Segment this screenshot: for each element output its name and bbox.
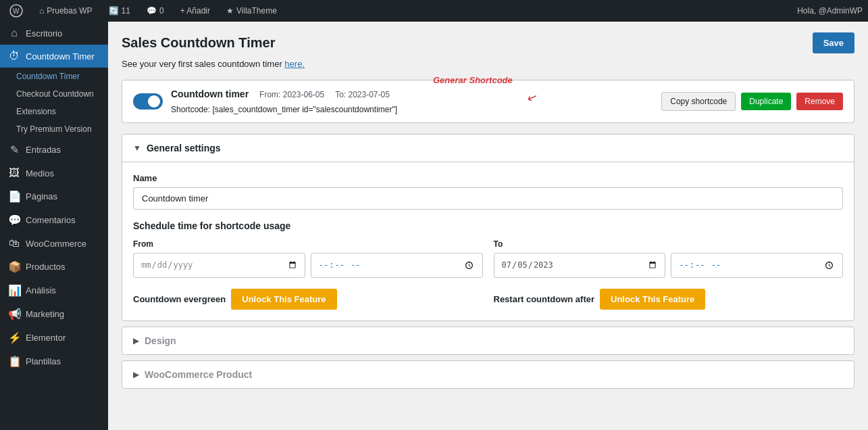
from-col: From <box>133 239 483 278</box>
marketing-icon: 📢 <box>8 308 20 320</box>
sidebar-item-medios[interactable]: 🖼 Medios <box>0 162 108 185</box>
general-settings-panel: ▼ General settings Name Schedule time fo… <box>122 134 854 321</box>
to-date-time-row <box>494 253 844 278</box>
sidebar-item-paginas[interactable]: 📄 Páginas <box>0 185 108 208</box>
wp-sidebar: ⌂ Escritorio ⏱ Countdown Timer Countdown… <box>0 22 108 430</box>
timer-info: Countdown timer From: 2023-06-05 To: 202… <box>171 89 653 114</box>
site-name: Pruebas WP <box>47 6 92 16</box>
wp-logo-item[interactable]: W <box>5 0 27 22</box>
sidebar-item-productos[interactable]: 📦 Productos <box>0 255 108 279</box>
home-icon: ⌂ <box>8 27 20 39</box>
from-label: From <box>133 239 483 249</box>
duplicate-button[interactable]: Duplicate <box>741 93 791 110</box>
page-title: Sales Countdown Timer <box>122 35 275 51</box>
remove-button[interactable]: Remove <box>796 93 843 110</box>
sidebar-label: Countdown Timer <box>26 51 95 62</box>
chevron-right-icon: ▶ <box>133 336 139 345</box>
sidebar-item-entradas[interactable]: ✎ Entradas <box>0 138 108 162</box>
star-icon: ★ <box>226 6 234 16</box>
sidebar-label: Checkout Countdown <box>16 89 94 99</box>
sidebar-label: Elementor <box>26 333 66 343</box>
design-title: Design <box>145 335 176 346</box>
sidebar-label: Try Premium Version <box>16 124 92 134</box>
save-button[interactable]: Save <box>813 32 854 53</box>
sidebar-item-countdown-timer[interactable]: ⏱ Countdown Timer <box>0 45 108 68</box>
sidebar-item-analisis[interactable]: 📊 Análisis <box>0 279 108 302</box>
updates-item[interactable]: 🔄 11 <box>105 0 134 22</box>
shortcode-value: [sales_countdown_timer id="salescountdow… <box>212 105 397 114</box>
restart-countdown-label: Restart countdown after <box>494 294 595 304</box>
edit-icon: ✎ <box>8 143 20 156</box>
from-date-time-row <box>133 253 483 278</box>
templates-icon: 📋 <box>8 355 20 368</box>
general-settings-header[interactable]: ▼ General settings <box>122 135 854 162</box>
sidebar-label: Plantillas <box>26 356 61 366</box>
sidebar-item-countdown-timer-sub[interactable]: Countdown Timer <box>0 68 108 85</box>
woocommerce-panel-header[interactable]: ▶ WooCommerce Product <box>122 361 854 388</box>
wp-layout: ⌂ Escritorio ⏱ Countdown Timer Countdown… <box>0 22 868 430</box>
to-date-input[interactable] <box>494 253 666 278</box>
unlock-evergreen-button[interactable]: Unlock This Feature <box>231 289 336 310</box>
comments-count: 0 <box>159 6 164 16</box>
to-label: To <box>494 239 844 249</box>
chart-icon: 📊 <box>8 284 20 297</box>
from-date-input[interactable] <box>133 253 305 278</box>
comments-item[interactable]: 💬 0 <box>143 0 168 22</box>
sidebar-item-escritorio[interactable]: ⌂ Escritorio <box>0 22 108 45</box>
to-time-input[interactable] <box>671 253 843 278</box>
design-panel: ▶ Design <box>122 327 854 355</box>
woo-icon: 🛍 <box>8 237 20 249</box>
subtitle-link[interactable]: here. <box>284 59 305 69</box>
products-icon: 📦 <box>8 260 20 273</box>
sidebar-item-checkout-countdown[interactable]: Checkout Countdown <box>0 85 108 103</box>
admin-bar: W ⌂ Pruebas WP 🔄 11 💬 0 + Añadir ★ Villa… <box>0 0 868 22</box>
woocommerce-panel: ▶ WooCommerce Product <box>122 360 854 389</box>
comment-icon: 💬 <box>8 214 20 226</box>
sidebar-item-elementor[interactable]: ⚡ Elementor <box>0 326 108 350</box>
sidebar-item-plantillas[interactable]: 📋 Plantillas <box>0 350 108 373</box>
sidebar-label: Medios <box>26 168 54 178</box>
sidebar-item-woocommerce[interactable]: 🛍 WooCommerce <box>0 232 108 255</box>
timer-actions: Copy shortcode Duplicate Remove <box>661 92 843 111</box>
sidebar-item-marketing[interactable]: 📢 Marketing <box>0 302 108 326</box>
subtitle: See your very first sales countdown time… <box>122 59 854 69</box>
sidebar-label: Análisis <box>26 285 56 295</box>
sidebar-item-try-premium[interactable]: Try Premium Version <box>0 120 108 138</box>
timer-to: To: 2023-07-05 <box>335 90 390 99</box>
restart-countdown-item: Restart countdown after Unlock This Feat… <box>494 289 844 310</box>
sidebar-item-extensions[interactable]: Extensions <box>0 103 108 120</box>
name-label: Name <box>133 173 843 183</box>
unlock-restart-button[interactable]: Unlock This Feature <box>600 289 705 310</box>
timer-name: Countdown timer <box>171 89 249 99</box>
svg-text:W: W <box>13 7 20 15</box>
from-time-input[interactable] <box>311 253 483 278</box>
sidebar-label: WooCommerce <box>26 239 86 249</box>
theme-item[interactable]: ★ VillaTheme <box>222 0 281 22</box>
general-settings-body: Name Schedule time for shortcode usage F… <box>122 162 854 320</box>
comment-icon: 💬 <box>147 6 157 16</box>
sidebar-item-comentarios[interactable]: 💬 Comentarios <box>0 208 108 232</box>
schedule-section: Schedule time for shortcode usage From <box>133 220 843 278</box>
sidebar-label: Páginas <box>26 191 57 201</box>
sidebar-label: Countdown Timer <box>16 72 80 81</box>
timer-toggle[interactable] <box>133 93 163 110</box>
countdown-evergreen-label: Countdown evergreen <box>133 294 226 304</box>
page-icon: 📄 <box>8 190 20 203</box>
site-name-item[interactable]: ⌂ Pruebas WP <box>35 0 97 22</box>
copy-shortcode-button[interactable]: Copy shortcode <box>661 92 736 111</box>
media-icon: 🖼 <box>8 167 20 179</box>
sidebar-label: Escritorio <box>26 28 62 39</box>
user-greeting: Hola, @AdminWP <box>797 6 863 16</box>
name-input[interactable] <box>133 187 843 210</box>
schedule-row: From To <box>133 239 843 278</box>
add-new-item[interactable]: + Añadir <box>176 0 214 22</box>
page-header: Sales Countdown Timer Save <box>122 32 854 53</box>
woocommerce-title: WooCommerce Product <box>145 369 252 380</box>
timer-from: From: 2023-06-05 <box>259 90 324 99</box>
feature-row: Countdown evergreen Unlock This Feature … <box>133 289 843 310</box>
general-settings-title: General settings <box>147 143 221 153</box>
sidebar-label: Marketing <box>26 309 64 319</box>
shortcode-label: Shortcode: <box>171 105 210 114</box>
design-panel-header[interactable]: ▶ Design <box>122 327 854 354</box>
home-icon: ⌂ <box>39 6 44 16</box>
